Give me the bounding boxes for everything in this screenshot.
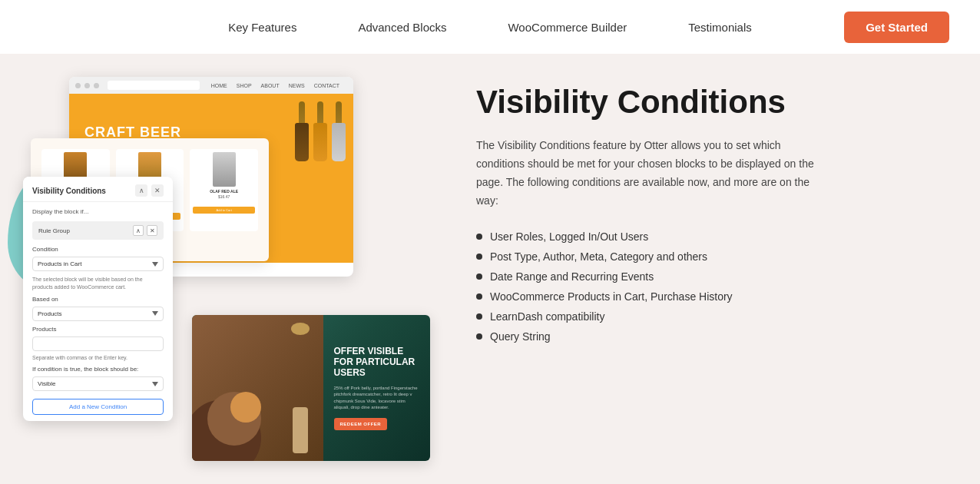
feature-item-6: Query String <box>476 327 934 346</box>
main-content: HOMESHOPABOUTNEWSCONTACT CRAFT BEER We h… <box>0 54 980 484</box>
bottle-3 <box>332 101 346 161</box>
rule-group-collapse[interactable]: ∧ <box>133 225 144 236</box>
feature-text-2: Post Type, Author, Meta, Category and ot… <box>490 250 707 263</box>
bullet-1 <box>476 234 482 240</box>
browser-dot-1 <box>75 83 81 88</box>
offer-title: OFFER VISIBLE FOR PARTICULAR USERS <box>334 346 420 379</box>
feature-text-6: Query String <box>490 330 551 343</box>
nav-advanced-blocks[interactable]: Advanced Blocks <box>358 21 446 34</box>
feature-text-4: WooCommerce Products in Cart, Purchase H… <box>490 290 733 303</box>
rule-group-remove[interactable]: ✕ <box>147 225 157 236</box>
products-label: Products <box>32 326 164 333</box>
vc-collapse-button[interactable]: ∧ <box>135 184 147 197</box>
condition-state-select[interactable]: Visible <box>32 376 164 391</box>
browser-bar: HOMESHOPABOUTNEWSCONTACT <box>69 77 353 94</box>
feature-item-3: Date Range and Recurring Events <box>476 267 934 287</box>
food-highlight <box>230 392 261 423</box>
browser-dot-3 <box>94 83 99 88</box>
left-panel: HOMESHOPABOUTNEWSCONTACT CRAFT BEER We h… <box>31 77 430 461</box>
feature-item-2: Post Type, Author, Meta, Category and ot… <box>476 247 934 267</box>
vc-panel-body: Display the block if... Rule Group ∧ ✕ C… <box>23 202 173 421</box>
product-3-image <box>213 152 236 187</box>
vc-toggle-buttons: ∧ ✕ <box>135 184 164 197</box>
products-hint: Separate with commas or the Enter key. <box>32 354 164 362</box>
rule-group-header: Rule Group ∧ ✕ <box>32 221 164 240</box>
redeem-offer-button[interactable]: REDEEM OFFER <box>334 418 388 430</box>
nav-woocommerce-builder[interactable]: WooCommerce Builder <box>508 21 627 34</box>
bullet-3 <box>476 273 482 280</box>
feature-text-3: Date Range and Recurring Events <box>490 270 654 283</box>
feature-text-5: LearnDash compatibility <box>490 310 604 323</box>
offer-description: 25% off Pork belly, portland Fingerstach… <box>334 385 420 411</box>
bottle-2 <box>313 101 327 161</box>
rule-group-actions: ∧ ✕ <box>133 225 157 236</box>
bottle-3-neck <box>336 101 342 123</box>
browser-dot-2 <box>84 83 90 88</box>
section-description: The Visibility Conditions feature by Ott… <box>476 137 829 210</box>
feature-text-1: User Roles, Logged In/Out Users <box>490 230 648 243</box>
rule-group-label: Rule Group <box>38 227 70 234</box>
product-3-price: $16.47 <box>193 194 255 199</box>
bullet-4 <box>476 293 482 300</box>
products-input[interactable] <box>32 336 164 351</box>
bottle-1-neck <box>299 101 305 123</box>
vc-close-button[interactable]: ✕ <box>151 184 164 197</box>
feature-item-4: WooCommerce Products in Cart, Purchase H… <box>476 287 934 307</box>
offer-text-area: OFFER VISIBLE FOR PARTICULAR USERS 25% o… <box>323 315 431 461</box>
vc-panel-title: Visibility Conditions <box>32 187 106 195</box>
beer-foam <box>291 323 310 335</box>
add-condition-button[interactable]: Add a New Condition <box>32 399 164 415</box>
offer-card: OFFER VISIBLE FOR PARTICULAR USERS 25% o… <box>192 315 430 461</box>
product-3-btn[interactable]: Add to Cart <box>193 207 255 214</box>
beer-glass <box>293 407 308 453</box>
offer-food-image <box>192 315 323 461</box>
vc-display-text: Display the block if... <box>32 208 164 215</box>
nav-testimonials[interactable]: Testimonials <box>688 21 752 34</box>
bottle-2-neck <box>317 101 323 123</box>
bottle-3-body <box>332 123 346 161</box>
get-started-button[interactable]: Get Started <box>844 12 949 43</box>
navigation: Key Features Advanced Blocks WooCommerce… <box>0 0 980 54</box>
product-3-name: OLAF RED ALE <box>193 189 255 194</box>
nav-key-features[interactable]: Key Features <box>228 21 296 34</box>
condition-select[interactable]: Products in Cart <box>32 257 164 271</box>
vc-panel-header: Visibility Conditions ∧ ✕ <box>23 177 173 202</box>
condition-state-label: If condition is true, the block should b… <box>32 366 164 373</box>
bottle-1-body <box>295 123 309 161</box>
browser-nav: HOMESHOPABOUTNEWSCONTACT <box>204 83 347 88</box>
features-list: User Roles, Logged In/Out Users Post Typ… <box>476 227 934 346</box>
bullet-2 <box>476 254 482 260</box>
feature-item-5: LearnDash compatibility <box>476 307 934 327</box>
browser-url-bar <box>108 81 200 90</box>
bullet-6 <box>476 333 482 340</box>
based-on-label: Based on <box>32 296 164 303</box>
offer-background: OFFER VISIBLE FOR PARTICULAR USERS 25% o… <box>192 315 430 461</box>
based-on-select[interactable]: Products <box>32 307 164 321</box>
bottle-2-body <box>313 123 327 161</box>
section-title: Visibility Conditions <box>476 85 934 120</box>
product-card-3: OLAF RED ALE $16.47 Add to Cart <box>190 149 258 231</box>
bullet-5 <box>476 313 482 320</box>
right-panel: Visibility Conditions The Visibility Con… <box>476 77 934 346</box>
condition-label: Condition <box>32 246 164 253</box>
visibility-conditions-panel: Visibility Conditions ∧ ✕ Display the bl… <box>23 177 173 421</box>
bottle-1 <box>295 101 309 161</box>
bottles-illustration <box>295 101 346 161</box>
condition-hint: The selected block will be visible based… <box>32 276 164 291</box>
feature-item-1: User Roles, Logged In/Out Users <box>476 227 934 247</box>
